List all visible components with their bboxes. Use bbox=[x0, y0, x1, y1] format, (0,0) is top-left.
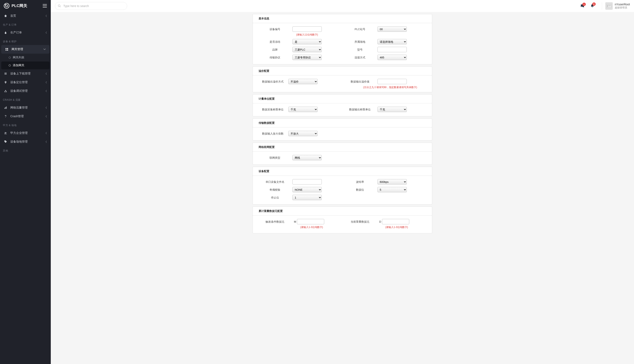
brand-logo[interactable]: PLC网关 bbox=[4, 3, 27, 9]
svg-line-18 bbox=[60, 6, 60, 7]
sidebar-item-device-debug[interactable]: 设备调试管理 bbox=[0, 87, 51, 95]
bar-chart-icon bbox=[4, 106, 8, 110]
sidebar-item-label: Crash管理 bbox=[10, 114, 24, 118]
panel-basic: 基本信息 设备编号 (请输入11位纯数字) PLC站号 bbox=[252, 14, 432, 64]
search-icon bbox=[58, 4, 61, 8]
chat-notif-button[interactable]: 1 bbox=[580, 4, 584, 8]
select-brand[interactable]: 三菱PLC bbox=[292, 47, 322, 52]
select-site[interactable]: 请选择场地 bbox=[378, 39, 407, 44]
panel-overflow: 溢价配置 数据输出溢价方式 不溢价 数据输出溢价值 bbox=[252, 66, 432, 92]
label-overflow-value: 数据输出溢价值 bbox=[342, 79, 378, 84]
label-plc-station: PLC站号 bbox=[342, 26, 378, 31]
label-trigger: 触发条件数据元 bbox=[257, 219, 292, 224]
sidebar-item-site[interactable]: 设备场地管理 bbox=[0, 138, 51, 146]
input-trigger[interactable] bbox=[297, 219, 324, 224]
username: nYuserRoot bbox=[615, 3, 630, 6]
panel-unit: 计量单位配置 数据采集称重单位 千克 数据输出称重单位 千克 bbox=[252, 94, 432, 116]
select-overflow-method[interactable]: 不溢价 bbox=[288, 79, 318, 84]
svg-rect-11 bbox=[4, 74, 7, 74]
sidebar-item-crash[interactable]: Crash管理 bbox=[0, 112, 51, 121]
avatar bbox=[605, 2, 613, 10]
label-protocol: 传输协议 bbox=[257, 55, 292, 60]
panel-heading-accum: 累计重量数据元配置 bbox=[253, 207, 432, 216]
select-unit-output[interactable]: 千克 bbox=[378, 107, 407, 112]
sidebar-item-label: 设备上下线管理 bbox=[10, 72, 30, 76]
sidebar-item-home[interactable]: 首页 bbox=[0, 12, 51, 20]
sidebar-item-enterprise[interactable]: 甲方企业管理 bbox=[0, 129, 51, 138]
search-wrap bbox=[55, 2, 127, 10]
label-site: 所属场地 bbox=[342, 39, 378, 44]
select-amplify[interactable]: 不放大 bbox=[288, 131, 318, 136]
hamburger-icon[interactable] bbox=[42, 4, 47, 8]
label-brand: 品牌 bbox=[257, 47, 292, 52]
input-overflow-value[interactable] bbox=[378, 79, 407, 84]
svg-rect-6 bbox=[7, 48, 8, 49]
sidebar-header: PLC网关 bbox=[0, 0, 51, 12]
svg-rect-20 bbox=[607, 5, 608, 7]
select-databits[interactable]: 5 bbox=[378, 187, 407, 192]
sidebar-sub-gateway-add[interactable]: 添加网关 bbox=[1, 62, 50, 69]
label-databits: 数据位 bbox=[342, 187, 378, 192]
sidebar-item-label: 网络流量管理 bbox=[10, 106, 28, 110]
sidebar-item-label: 网关管理 bbox=[12, 48, 23, 51]
tag-icon bbox=[4, 140, 8, 144]
sidebar-item-traffic[interactable]: 网络流量管理 bbox=[0, 104, 51, 112]
svg-rect-7 bbox=[6, 50, 6, 50]
select-unit-collect[interactable]: 千克 bbox=[288, 107, 318, 112]
svg-rect-12 bbox=[4, 108, 5, 109]
input-device-no[interactable] bbox=[292, 26, 322, 32]
sidebar-section-device: 设备 & 维护 bbox=[0, 37, 51, 45]
search-input[interactable] bbox=[55, 2, 127, 10]
sidebar-item-device-online[interactable]: 设备上下线管理 bbox=[0, 69, 51, 78]
panel-accum: 累计重量数据元配置 触发条件数据元 M (请输入1-3位纯数字 bbox=[252, 206, 432, 234]
label-baud: 波特率 bbox=[342, 179, 378, 184]
select-connection[interactable]: 485 bbox=[378, 55, 407, 60]
svg-rect-14 bbox=[6, 106, 6, 109]
chevron-left-icon bbox=[46, 72, 47, 75]
content[interactable]: 基本信息 设备编号 (请输入11位纯数字) PLC站号 bbox=[51, 12, 634, 364]
panel-heading-transfer: 传输数据配置 bbox=[253, 119, 432, 128]
sidebar-item-label: 首页 bbox=[10, 14, 16, 18]
label-parity: 奇偶校验 bbox=[257, 187, 292, 192]
brand-text: PLC网关 bbox=[12, 3, 27, 8]
select-protocol[interactable]: 三菱专用协议 bbox=[292, 55, 322, 60]
panel-transfer: 传输数据配置 数据输入放大倍数 不放大 bbox=[252, 118, 432, 140]
hint-overflow-value: (百分之九十请填写90，指定数量请填写具体数字) bbox=[363, 86, 417, 89]
label-connection: 连接方式 bbox=[342, 55, 378, 60]
input-model[interactable] bbox=[378, 47, 407, 52]
sidebar-section-party: 甲方 & 场地 bbox=[0, 121, 51, 129]
sidebar-item-label: 设备定位管理 bbox=[10, 80, 28, 84]
svg-rect-9 bbox=[4, 73, 7, 73]
sidebar-item-production-orders[interactable]: 生产订单 bbox=[0, 28, 51, 37]
select-frozen[interactable]: 是 bbox=[292, 39, 322, 44]
droplet-icon bbox=[4, 31, 8, 34]
label-serial-file: 串口设备文件名 bbox=[257, 179, 292, 184]
topbar: 1 8 nYuserRoot 超级管理员 bbox=[51, 0, 634, 12]
select-parity[interactable]: NONE bbox=[292, 187, 322, 192]
input-serial-file[interactable] bbox=[292, 179, 322, 184]
user-box[interactable]: nYuserRoot 超级管理员 bbox=[602, 2, 630, 10]
sidebar-sub-gateway-list[interactable]: 网关列表 bbox=[0, 54, 51, 62]
label-unit-output: 数据输出称重单位 bbox=[342, 107, 378, 112]
label-network-type: 联网类型 bbox=[257, 155, 292, 160]
select-network-type[interactable]: 网线 bbox=[292, 155, 322, 160]
select-stopbits[interactable]: 1 bbox=[292, 195, 322, 200]
hint-trigger: (请输入1-3位纯数字) bbox=[297, 226, 326, 229]
label-current-weight: 当前重量数据元 bbox=[342, 219, 378, 224]
sidebar-item-label: 甲方企业管理 bbox=[10, 131, 28, 135]
input-current-weight[interactable] bbox=[382, 219, 409, 224]
label-frozen: 是否冻结 bbox=[257, 39, 292, 44]
select-plc-station[interactable]: 00 bbox=[378, 26, 407, 32]
panel-heading-network: 网络联网配置 bbox=[253, 143, 432, 152]
bell-notif-button[interactable]: 8 bbox=[590, 4, 594, 8]
svg-rect-10 bbox=[4, 74, 7, 74]
select-baud[interactable]: 600bps bbox=[378, 179, 407, 184]
sidebar-section-production: 生产 & 订单 bbox=[0, 20, 51, 28]
sidebar-item-label: 网关列表 bbox=[13, 56, 24, 60]
label-model: 型号 bbox=[342, 47, 378, 52]
sidebar-item-device-location[interactable]: 设备定位管理 bbox=[0, 78, 51, 87]
chevron-left-icon bbox=[46, 140, 47, 143]
svg-rect-21 bbox=[608, 5, 611, 6]
sidebar-item-label: 添加网关 bbox=[13, 64, 24, 67]
sidebar-item-gateway-mgmt[interactable]: 网关管理 bbox=[1, 45, 50, 54]
